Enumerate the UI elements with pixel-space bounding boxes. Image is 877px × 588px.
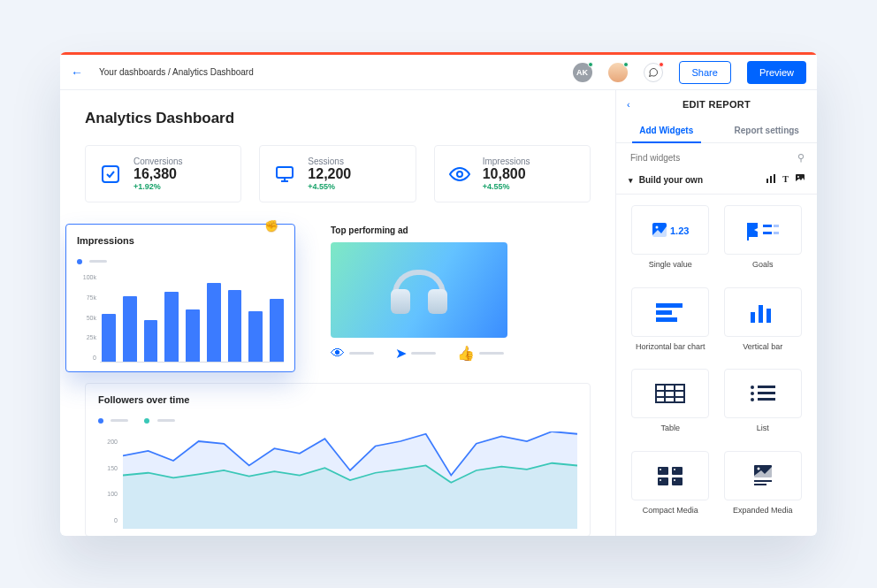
svg-point-7 xyxy=(797,176,799,178)
legend-bar-icon xyxy=(89,260,107,263)
svg-rect-33 xyxy=(658,467,668,475)
chevron-down-icon: ▾ xyxy=(629,176,633,185)
thumbs-up-icon: 👍 xyxy=(457,345,475,362)
svg-rect-36 xyxy=(672,477,683,485)
image-icon[interactable] xyxy=(796,174,805,185)
widget-expanded-media[interactable]: Expanded Media xyxy=(721,451,805,524)
kpi-label: Impressions xyxy=(483,157,530,166)
kpi-label: Sessions xyxy=(308,157,351,166)
svg-point-42 xyxy=(757,467,759,470)
text-icon[interactable]: T xyxy=(782,174,789,185)
svg-rect-15 xyxy=(774,232,779,234)
kpi-value: 12,200 xyxy=(308,166,351,182)
ad-stats: 👁 ➤ 👍 xyxy=(331,345,591,362)
kpi-change: +1.92% xyxy=(133,182,183,191)
widget-compact-media[interactable]: Compact Media xyxy=(629,451,713,524)
widget-grid: 1.23 Single value Goals Horizontal bar c… xyxy=(616,195,817,536)
kpi-change: +4.55% xyxy=(483,182,530,191)
status-dot-icon xyxy=(588,62,593,67)
tab-add-widgets[interactable]: Add Widgets xyxy=(616,118,717,142)
bar xyxy=(207,283,221,363)
bar-chart-icon[interactable] xyxy=(766,174,775,185)
svg-rect-35 xyxy=(658,477,668,485)
back-arrow-icon[interactable]: ← xyxy=(71,65,83,80)
bar xyxy=(248,311,263,363)
widget-goals[interactable]: Goals xyxy=(721,205,805,279)
svg-rect-3 xyxy=(766,179,768,183)
tab-report-settings[interactable]: Report settings xyxy=(717,118,818,142)
avatar-initials: AK xyxy=(576,68,588,77)
top-ad-card[interactable]: Top performing ad 👁 ➤ 👍 xyxy=(331,222,591,362)
svg-rect-44 xyxy=(754,484,766,485)
widget-list[interactable]: Compact Media List xyxy=(721,369,805,442)
share-button[interactable]: Share xyxy=(679,61,731,84)
svg-rect-5 xyxy=(774,174,775,183)
header-bar: ← Your dashboards / Analytics Dashboard … xyxy=(60,55,817,90)
svg-rect-12 xyxy=(763,225,772,227)
svg-point-27 xyxy=(751,386,754,389)
svg-rect-32 xyxy=(758,398,775,401)
eye-icon xyxy=(447,162,472,187)
search-icon: ⚲ xyxy=(797,152,805,164)
edit-report-panel: ‹ EDIT REPORT Add Widgets Report setting… xyxy=(615,90,817,536)
svg-rect-22 xyxy=(656,385,684,402)
widget-vertical-bar[interactable]: Vertical bar xyxy=(721,287,805,361)
grab-cursor-icon: ✊ xyxy=(264,219,278,233)
impressions-chart-card[interactable]: ✊ Impressions 100k75k50k25k0 xyxy=(65,224,295,372)
bar xyxy=(270,299,284,363)
preview-button[interactable]: Preview xyxy=(747,61,806,84)
svg-point-31 xyxy=(751,398,754,401)
svg-point-2 xyxy=(457,172,462,177)
search-input[interactable] xyxy=(629,152,797,164)
svg-point-38 xyxy=(674,469,675,470)
svg-rect-43 xyxy=(754,480,772,482)
panel-title: EDIT REPORT xyxy=(683,99,751,110)
svg-text:1.23: 1.23 xyxy=(670,225,689,236)
svg-rect-14 xyxy=(763,232,772,234)
kpi-change: +4.55% xyxy=(308,182,351,191)
svg-rect-0 xyxy=(103,166,118,182)
svg-rect-4 xyxy=(770,176,772,183)
bar xyxy=(164,292,179,363)
impressions-bar-chart: 100k75k50k25k0 xyxy=(77,274,284,363)
app-window: ← Your dashboards / Analytics Dashboard … xyxy=(60,52,817,536)
kpi-label: Conversions xyxy=(133,157,183,166)
kpi-sessions[interactable]: Sessions 12,200 +4.55% xyxy=(259,145,416,202)
bar xyxy=(186,309,200,363)
notification-dot-icon xyxy=(659,62,664,67)
widget-table[interactable]: Table xyxy=(629,369,713,442)
bar xyxy=(144,320,158,363)
avatar-user-2[interactable] xyxy=(608,63,628,82)
widget-single-value[interactable]: 1.23 Single value xyxy=(629,205,713,279)
kpi-conversions[interactable]: Conversions 16,380 +1.92% xyxy=(85,145,241,202)
chat-icon[interactable] xyxy=(644,63,663,82)
legend-dot-icon xyxy=(77,259,82,264)
widget-horizontal-bar[interactable]: Horizontal bar chart xyxy=(629,287,713,361)
svg-rect-11 xyxy=(747,223,749,241)
followers-line-chart: 2001501000 xyxy=(98,431,577,529)
legend-dot-icon xyxy=(144,418,149,424)
monitor-icon xyxy=(272,162,297,187)
widget-search[interactable]: ⚲ xyxy=(616,143,817,169)
legend-bar-icon xyxy=(157,419,175,422)
legend-bar-icon xyxy=(111,419,128,422)
svg-rect-34 xyxy=(672,467,683,475)
bar xyxy=(102,314,116,363)
svg-rect-21 xyxy=(766,309,771,323)
breadcrumb[interactable]: Your dashboards / Analytics Dashboard xyxy=(99,67,254,77)
bar xyxy=(228,290,242,363)
build-your-own-toggle[interactable]: ▾ Build your own xyxy=(629,175,703,185)
svg-rect-19 xyxy=(751,312,755,323)
chevron-left-icon[interactable]: ‹ xyxy=(627,99,630,110)
svg-rect-30 xyxy=(758,392,775,394)
checkbox-icon xyxy=(98,162,123,187)
ad-image xyxy=(331,242,507,338)
kpi-impressions[interactable]: Impressions 10,800 +4.55% xyxy=(434,145,591,202)
svg-point-40 xyxy=(674,479,675,481)
followers-chart-card[interactable]: Followers over time 2001501000 xyxy=(85,383,591,536)
avatar-user-1[interactable]: AK xyxy=(573,63,592,82)
eye-icon: 👁 xyxy=(331,346,345,362)
card-title: Impressions xyxy=(77,235,284,246)
bar xyxy=(123,296,137,363)
svg-rect-18 xyxy=(656,317,677,322)
